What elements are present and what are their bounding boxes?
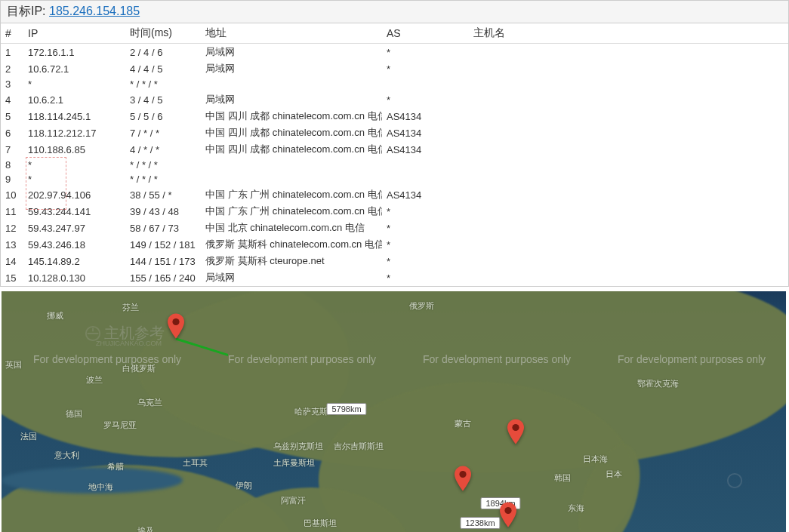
lbl-turkmenistan: 土库曼斯坦 bbox=[273, 457, 315, 469]
cell-host bbox=[469, 91, 788, 108]
table-row[interactable]: 8** / * / * bbox=[1, 158, 788, 172]
cell-time: 7 / * / * bbox=[125, 125, 201, 141]
cell-as: AS4134 bbox=[382, 141, 469, 158]
cell-time: * / * / * bbox=[125, 77, 201, 91]
table-row[interactable]: 410.6.2.13 / 4 / 5局域网* bbox=[1, 91, 788, 108]
cell-ip: 10.6.72.1 bbox=[23, 60, 125, 77]
table-row[interactable]: 10202.97.94.10638 / 55 / *中国 广东 广州 china… bbox=[1, 186, 788, 203]
cell-time: 2 / 4 / 6 bbox=[125, 44, 201, 61]
lbl-turkey: 土耳其 bbox=[183, 457, 208, 469]
cell-as: * bbox=[382, 236, 469, 253]
cell-addr: 中国 四川 成都 chinatelecom.com.cn 电信 bbox=[201, 108, 382, 125]
cell-host bbox=[469, 108, 788, 125]
table-row[interactable]: 9** / * / * bbox=[1, 172, 788, 186]
cell-as: * bbox=[382, 60, 469, 77]
svg-point-5 bbox=[504, 507, 511, 514]
cell-host bbox=[469, 141, 788, 158]
cell-addr: 中国 四川 成都 chinatelecom.com.cn 电信 bbox=[201, 141, 382, 158]
cell-n: 3 bbox=[1, 77, 23, 91]
cell-n: 2 bbox=[1, 60, 23, 77]
table-row[interactable]: 5118.114.245.15 / 5 / 6中国 四川 成都 chinatel… bbox=[1, 108, 788, 125]
watermark-1b: ZHUJICANKAO.COM bbox=[96, 340, 162, 347]
col-hop: # bbox=[1, 23, 23, 44]
cell-host bbox=[469, 203, 788, 220]
cell-time: 58 / 67 / 73 bbox=[125, 220, 201, 236]
cell-time: 39 / 43 / 48 bbox=[125, 203, 201, 220]
table-row[interactable]: 1172.16.1.12 / 4 / 6局域网* bbox=[1, 44, 788, 61]
cell-n: 13 bbox=[1, 236, 23, 253]
cell-ip: 172.16.1.1 bbox=[23, 44, 125, 61]
cell-time: 3 / 4 / 5 bbox=[125, 91, 201, 108]
col-time: 时间(ms) bbox=[125, 23, 201, 44]
cell-host bbox=[469, 77, 788, 91]
cell-addr: 局域网 bbox=[201, 60, 382, 77]
lbl-italy: 意大利 bbox=[54, 450, 79, 461]
lbl-france: 法国 bbox=[20, 431, 37, 442]
cell-addr: 中国 广东 广州 chinatelecom.com.cn 电信 bbox=[201, 203, 382, 220]
cell-n: 11 bbox=[1, 203, 23, 220]
cell-as: AS4134 bbox=[382, 108, 469, 125]
map-pin-beijing[interactable] bbox=[507, 419, 524, 444]
cell-ip: * bbox=[23, 172, 125, 186]
cell-n: 1 bbox=[1, 44, 23, 61]
cell-host bbox=[469, 186, 788, 203]
cell-addr bbox=[201, 77, 382, 91]
table-row[interactable]: 1259.43.247.9758 / 67 / 73中国 北京 chinatel… bbox=[1, 220, 788, 236]
cell-ip: 10.128.0.130 bbox=[23, 269, 125, 286]
cell-addr bbox=[201, 172, 382, 186]
cell-host bbox=[469, 269, 788, 286]
dev-text-4: For development purposes only bbox=[618, 353, 766, 365]
cell-addr: 俄罗斯 莫斯科 chinatelecom.com.cn 电信 bbox=[201, 236, 382, 253]
route-map[interactable]: 芬兰 挪威 俄罗斯 英国 白俄罗斯 波兰 乌克兰 德国 罗马尼亚 法国 意大利 … bbox=[2, 291, 786, 532]
cell-as: * bbox=[382, 203, 469, 220]
cell-n: 10 bbox=[1, 186, 23, 203]
cell-host bbox=[469, 60, 788, 77]
table-row[interactable]: 6118.112.212.177 / * / *中国 四川 成都 chinate… bbox=[1, 125, 788, 141]
cell-host bbox=[469, 44, 788, 61]
cell-n: 7 bbox=[1, 141, 23, 158]
cell-n: 6 bbox=[1, 125, 23, 141]
cell-as: * bbox=[382, 44, 469, 61]
cell-addr: 局域网 bbox=[201, 269, 382, 286]
table-row[interactable]: 14145.14.89.2144 / 151 / 173俄罗斯 莫斯科 cteu… bbox=[1, 253, 788, 269]
cell-ip: * bbox=[23, 158, 125, 172]
map-pin-chengdu[interactable] bbox=[455, 466, 471, 491]
cell-host bbox=[469, 125, 788, 141]
cell-as bbox=[382, 172, 469, 186]
cell-time: 4 / 4 / 5 bbox=[125, 60, 201, 77]
target-ip-label: 目标IP: bbox=[7, 5, 46, 17]
map-pin-moscow[interactable] bbox=[168, 313, 184, 339]
cell-time: 144 / 151 / 173 bbox=[125, 253, 201, 269]
table-row[interactable]: 210.6.72.14 / 4 / 5局域网* bbox=[1, 60, 788, 77]
table-row[interactable]: 1359.43.246.18149 / 152 / 181俄罗斯 莫斯科 chi… bbox=[1, 236, 788, 253]
target-ip-header: 目标IP: 185.246.154.185 bbox=[0, 0, 789, 23]
table-row[interactable]: 1510.128.0.130155 / 165 / 240局域网* bbox=[1, 269, 788, 286]
cell-ip: 118.114.245.1 bbox=[23, 108, 125, 125]
cell-addr: 俄罗斯 莫斯科 cteurope.net bbox=[201, 253, 382, 269]
cell-addr: 中国 广东 广州 chinatelecom.com.cn 电信 bbox=[201, 186, 382, 203]
cell-as bbox=[382, 77, 469, 91]
table-row[interactable]: 3** / * / * bbox=[1, 77, 788, 91]
cell-as: * bbox=[382, 91, 469, 108]
cell-as: * bbox=[382, 253, 469, 269]
cell-ip: 118.112.212.17 bbox=[23, 125, 125, 141]
cell-ip: * bbox=[23, 77, 125, 91]
cell-n: 14 bbox=[1, 253, 23, 269]
cell-ip: 59.43.247.97 bbox=[23, 220, 125, 236]
table-row[interactable]: 7110.188.6.854 / * / *中国 四川 成都 chinatele… bbox=[1, 141, 788, 158]
cell-time: * / * / * bbox=[125, 158, 201, 172]
cell-ip: 10.6.2.1 bbox=[23, 91, 125, 108]
cell-time: * / * / * bbox=[125, 172, 201, 186]
cell-host bbox=[469, 236, 788, 253]
cell-ip: 59.43.246.18 bbox=[23, 236, 125, 253]
target-ip-link[interactable]: 185.246.154.185 bbox=[49, 5, 140, 17]
map-pin-guangzhou[interactable] bbox=[500, 502, 516, 527]
cell-ip: 202.97.94.106 bbox=[23, 186, 125, 203]
cell-n: 8 bbox=[1, 158, 23, 172]
svg-point-4 bbox=[459, 471, 466, 478]
table-row[interactable]: 1159.43.244.14139 / 43 / 48中国 广东 广州 chin… bbox=[1, 203, 788, 220]
cell-as bbox=[382, 158, 469, 172]
dev-text-3: For development purposes only bbox=[423, 353, 571, 365]
distance-3: 1238km bbox=[460, 517, 500, 529]
col-host: 主机名 bbox=[469, 23, 788, 44]
